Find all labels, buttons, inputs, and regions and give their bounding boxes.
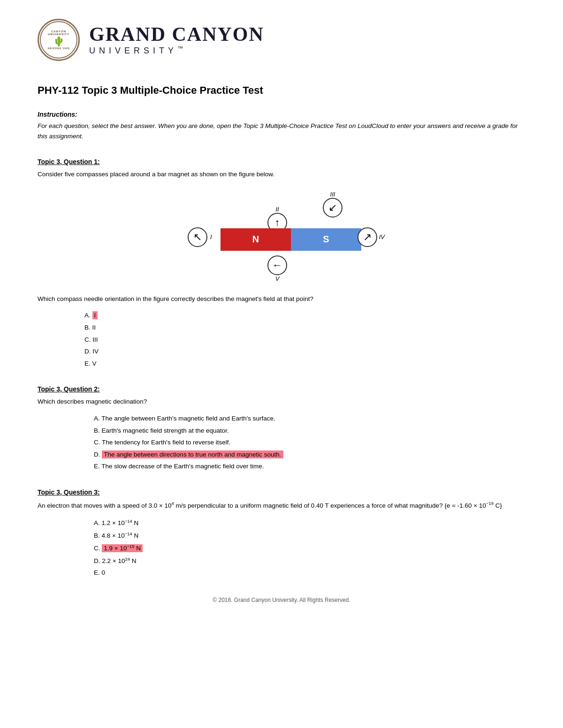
university-name-line2: UNIVERSITY™ (89, 45, 264, 56)
choice-1b-text: II (92, 324, 96, 331)
compass-I: ↖ (188, 227, 207, 247)
question-2-body: Which describes magnetic declination? (38, 397, 525, 407)
question-1-title: Topic 3, Question 1: (38, 158, 525, 165)
question-1-block: Topic 3, Question 1: Consider five compa… (38, 158, 525, 368)
choice-1b-label: B. (84, 324, 92, 331)
university-logo: CANYON UNIVERSITY 🌵 ARIZONA 1949 (38, 19, 80, 61)
page-title: PHY-112 Topic 3 Multiple-Choice Practice… (38, 84, 525, 97)
choice-3b-text: 4.8 × 10−14 N (102, 532, 139, 539)
choice-3a-text: 1.2 × 10−14 N (102, 519, 139, 526)
choice-1b: B. II (84, 323, 525, 333)
choice-2d: D. The angle between directions to true … (94, 450, 525, 460)
choice-1e-label: E. (84, 360, 92, 367)
choice-1a: A. I (84, 310, 525, 321)
choice-3a: A. 1.2 × 10−14 N (94, 517, 525, 528)
question-1-body2: Which compass needle orientation in the … (38, 294, 525, 304)
choice-3e-text: 0 (102, 569, 106, 576)
question-1-body: Consider five compasses placed around a … (38, 169, 525, 180)
university-name: GRAND CANYON UNIVERSITY™ (89, 24, 264, 56)
magnet-diagram: III ↙ II ↑ ↖ I N S ↗ IV ← V (164, 186, 399, 280)
compass-V-label: V (275, 275, 280, 282)
page-footer: © 2018. Grand Canyon University. All Rig… (38, 597, 525, 603)
compass-I-group: ↖ I (188, 227, 212, 247)
compass-III-group: III ↙ (323, 191, 342, 218)
compass-II-label: II (275, 206, 279, 213)
question-2-block: Topic 3, Question 2: Which describes mag… (38, 385, 525, 472)
instructions-block: Instructions: For each question, select … (38, 111, 525, 141)
choice-3c-text: 1.9 × 10−15 N (102, 544, 143, 552)
page-header: CANYON UNIVERSITY 🌵 ARIZONA 1949 GRAND C… (38, 19, 525, 61)
choice-3a-label: A. (94, 519, 102, 526)
choice-2e-label: E. (94, 463, 101, 470)
choice-3b-label: B. (94, 532, 102, 539)
choice-1d-label: D. (84, 348, 92, 355)
choice-2a: A. The angle between Earth's magnetic fi… (94, 413, 525, 424)
choice-3b: B. 4.8 × 10−14 N (94, 530, 525, 540)
choice-3d: D. 2.2 × 1024 N (94, 555, 525, 566)
question-1-choices: A. I B. II C. III D. IV E. V (84, 310, 525, 368)
magnet-south: S (291, 228, 361, 251)
choice-2b-text: Earth's magnetic field strength at the e… (102, 427, 229, 434)
choice-2c-text: The tendency for Earth's field to revers… (102, 439, 230, 446)
magnet-bar: N S (221, 228, 361, 251)
choice-2b: B. Earth's magnetic field strength at th… (94, 426, 525, 436)
question-2-title: Topic 3, Question 2: (38, 385, 525, 393)
choice-2e: E. The slow decrease of the Earth's magn… (94, 461, 525, 472)
choice-2e-text: The slow decrease of the Earth's magneti… (101, 463, 264, 470)
choice-3c-label: C. (94, 545, 102, 552)
choice-1d-text: IV (92, 348, 99, 355)
choice-3c: C. 1.9 × 10−15 N (94, 542, 525, 553)
compass-IV-label: IV (379, 233, 385, 240)
compass-V: ← (267, 255, 287, 275)
choice-1c-text: III (92, 336, 98, 343)
instructions-text: For each question, select the best answe… (38, 121, 525, 141)
compass-IV: ↗ (358, 227, 377, 247)
choice-3e: E. 0 (94, 568, 525, 578)
compass-III: ↙ (323, 198, 342, 218)
choice-1e-text: V (92, 360, 97, 367)
choice-1c: C. III (84, 335, 525, 345)
question-3-choices: A. 1.2 × 10−14 N B. 4.8 × 10−14 N C. 1.9… (94, 517, 525, 578)
choice-2d-label: D. (94, 451, 102, 458)
choice-1a-label: A. (84, 312, 92, 319)
choice-2d-text: The angle between directions to true nor… (102, 450, 283, 458)
compass-I-label: I (210, 233, 212, 240)
choice-3e-label: E. (94, 569, 102, 576)
choice-2b-label: B. (94, 427, 102, 434)
university-name-line1: GRAND CANYON (89, 24, 264, 44)
choice-1c-label: C. (84, 336, 92, 343)
instructions-label: Instructions: (38, 111, 525, 118)
choice-2c-label: C. (94, 439, 102, 446)
magnet-north: N (221, 228, 291, 251)
question-3-block: Topic 3, Question 3: An electron that mo… (38, 488, 525, 578)
choice-2a-text: The angle between Earth's magnetic field… (101, 415, 275, 422)
question-2-choices: A. The angle between Earth's magnetic fi… (94, 413, 525, 472)
choice-2a-label: A. (94, 415, 101, 422)
choice-1e: E. V (84, 359, 525, 369)
choice-2c: C. The tendency for Earth's field to rev… (94, 437, 525, 448)
question-3-title: Topic 3, Question 3: (38, 488, 525, 496)
choice-3d-label: D. (94, 557, 102, 564)
choice-1d: D. IV (84, 346, 525, 357)
question-3-body: An electron that moves with a speed of 3… (38, 500, 525, 510)
choice-1a-text: I (92, 311, 98, 319)
compass-IV-group: ↗ IV (358, 227, 385, 247)
compass-V-group: ← V (267, 255, 287, 282)
choice-3d-text: 2.2 × 1024 N (102, 557, 136, 564)
compass-III-label: III (330, 191, 335, 198)
